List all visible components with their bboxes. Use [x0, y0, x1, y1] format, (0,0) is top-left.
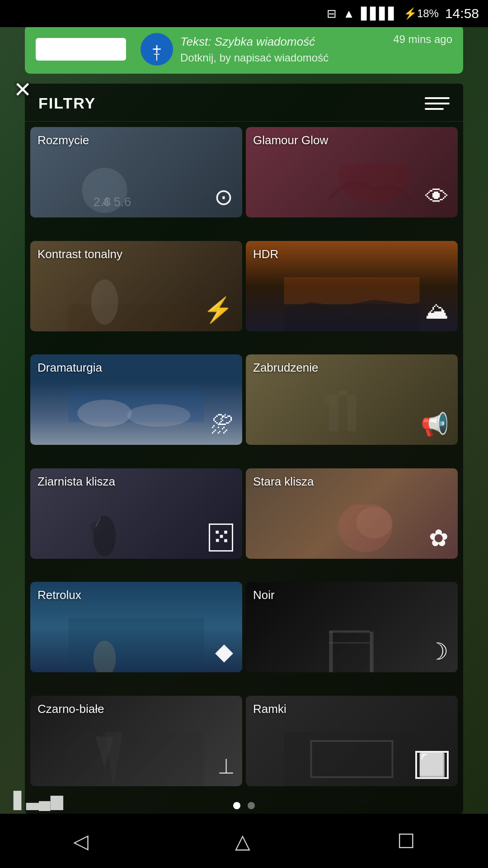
svg-rect-19	[69, 618, 204, 672]
filter-glamour[interactable]: Glamour Glow 👁	[246, 127, 458, 217]
filter-hdr-icon: ⛰	[425, 297, 449, 324]
filter-ramki[interactable]: Ramki ⬜	[246, 696, 458, 786]
svg-rect-22	[370, 632, 374, 672]
menu-button[interactable]	[425, 97, 450, 110]
filter-kontrast-icon: ⚡	[203, 296, 233, 324]
filter-retrolux-label: Retrolux	[38, 588, 81, 602]
filter-hdr[interactable]: HDR ⛰	[246, 241, 458, 331]
notification-avatar: + T	[141, 33, 173, 66]
svg-point-11	[127, 404, 191, 427]
filter-ziarnista-label: Ziarnista klisza	[38, 475, 115, 489]
filters-grid: 2.8 4 5.6 Rozmycie ⊙ Glamour Glow 👁 Kont…	[25, 122, 463, 811]
histogram-icon: ▋▃▄▆	[14, 791, 63, 810]
filter-zabrudzenie-label: Zabrudzenie	[253, 361, 319, 375]
svg-text:5.6: 5.6	[114, 195, 131, 209]
filter-zabrudzenie-icon: 📢	[421, 411, 449, 438]
nav-back-button[interactable]: ◁	[73, 830, 89, 853]
svg-rect-6	[69, 304, 204, 331]
nav-recent-button[interactable]: ☐	[397, 830, 415, 853]
filter-czarno-label: Czarno-białe	[38, 702, 104, 716]
filter-kontrast[interactable]: Kontrast tonalny ⚡	[30, 241, 242, 331]
notification-banner[interactable]: + T Tekst: Szybka wiadomość Dotknij, by …	[25, 25, 463, 74]
svg-point-10	[78, 400, 132, 427]
notification-text-area: Tekst: Szybka wiadomość Dotknij, by napi…	[180, 35, 386, 64]
filter-noir-icon: ☽	[427, 638, 449, 665]
filter-zabrudzenie[interactable]: Zabrudzenie 📢	[246, 354, 458, 445]
signal-icon: ▋▋▋▋	[361, 7, 397, 21]
svg-rect-8	[284, 277, 420, 304]
filter-ramki-label: Ramki	[253, 702, 286, 716]
bottom-navigation: ◁ △ ☐	[0, 814, 488, 868]
filter-dramaturgia-label: Dramaturgia	[38, 361, 102, 375]
svg-point-18	[357, 507, 393, 538]
filter-noir[interactable]: Noir ☽	[246, 582, 458, 672]
filter-stara-label: Stara klisza	[253, 475, 314, 489]
filter-ziarnista-icon: ⁙	[209, 524, 233, 552]
svg-text:4: 4	[103, 195, 110, 209]
filter-retrolux[interactable]: Retrolux ◆	[30, 582, 242, 672]
svg-rect-21	[329, 632, 333, 672]
filter-dramaturgia[interactable]: Dramaturgia ⛈	[30, 354, 242, 445]
filter-rozmycie[interactable]: 2.8 4 5.6 Rozmycie ⊙	[30, 127, 242, 217]
dot-active	[233, 802, 240, 809]
filter-dramaturgia-icon: ⛈	[211, 411, 233, 438]
filter-noir-label: Noir	[253, 588, 275, 602]
menu-line-3	[425, 108, 444, 110]
panel-header: FILTRY	[25, 84, 463, 122]
notification-subtitle: Dotknij, by napisać wiadomość	[180, 52, 386, 64]
status-icons: ⊟ ▲ ▋▋▋▋ ⚡18% 14:58	[327, 6, 479, 21]
status-bar: ⊟ ▲ ▋▋▋▋ ⚡18% 14:58	[0, 0, 488, 27]
filter-ziarnista[interactable]: Ziarnista klisza ⁙	[30, 468, 242, 559]
filter-stara-icon: ✿	[429, 524, 449, 552]
filters-panel: FILTRY 2.8 4 5.6 Rozmycie ⊙	[25, 84, 463, 814]
dot-inactive	[248, 802, 255, 809]
filter-hdr-label: HDR	[253, 247, 278, 261]
svg-rect-25	[69, 732, 204, 786]
status-time: 14:58	[445, 6, 479, 21]
cast-icon: ⊟	[327, 7, 337, 21]
menu-line-1	[425, 97, 450, 99]
wifi-icon: ▲	[343, 7, 355, 21]
filter-stara[interactable]: Stara klisza ✿	[246, 468, 458, 559]
filter-glamour-label: Glamour Glow	[253, 133, 328, 147]
panel-title: FILTRY	[38, 94, 96, 112]
filter-ramki-icon: ⬜	[415, 751, 449, 779]
filter-czarno-icon: ⟂	[219, 752, 233, 779]
svg-rect-13	[347, 395, 357, 431]
pagination-dots	[233, 802, 255, 809]
nav-home-button[interactable]: △	[235, 830, 250, 853]
filter-rozmycie-label: Rozmycie	[38, 133, 89, 147]
notification-time: 49 mins ago	[393, 33, 452, 46]
filter-rozmycie-icon: ⊙	[214, 184, 233, 210]
filter-retrolux-icon: ◆	[215, 638, 233, 665]
svg-point-7	[91, 279, 118, 325]
filter-kontrast-label: Kontrast tonalny	[38, 247, 122, 261]
notification-image	[36, 38, 126, 61]
close-button[interactable]: ✕	[14, 77, 32, 102]
filter-glamour-icon: 👁	[425, 183, 449, 210]
battery-indicator: ⚡18%	[404, 7, 439, 20]
filter-czarno[interactable]: Czarno-białe ⟂	[30, 696, 242, 786]
menu-line-2	[425, 103, 450, 104]
notification-title: Tekst: Szybka wiadomość	[180, 35, 386, 49]
